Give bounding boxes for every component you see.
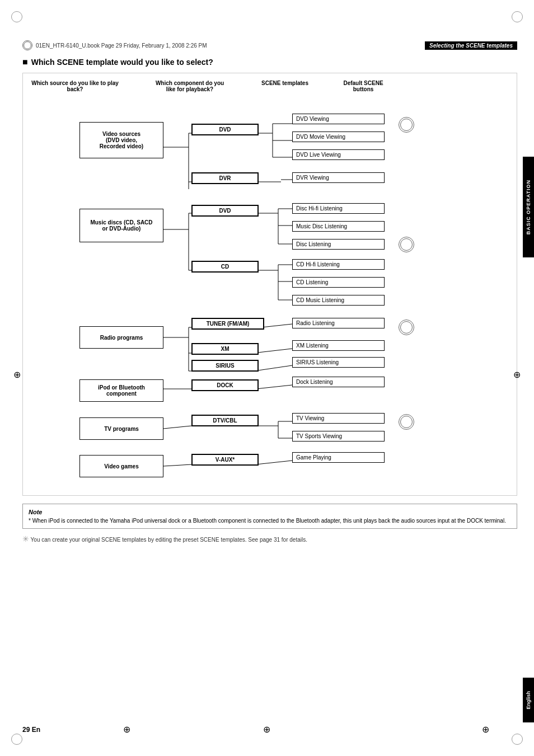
- bottom-crosshair-3: ⊕: [482, 724, 489, 735]
- flow-area: Video sources(DVD video,Recorded video) …: [79, 97, 460, 489]
- bottom-crosshair-2: ⊕: [263, 724, 270, 735]
- comp-tuner: TUNER (FM/AM): [191, 318, 264, 330]
- source-box-music: Music discs (CD, SACDor DVD-Audio): [79, 209, 163, 242]
- col-header-source: Which source do you like to play back?: [27, 80, 123, 92]
- source-box-tv: TV programs: [79, 417, 163, 440]
- right-crosshair: ⊕: [513, 369, 521, 380]
- scene-cd-hifi: CD Hi-fi Listening: [292, 259, 385, 270]
- scene-game-playing: Game Playing: [292, 452, 385, 463]
- svg-line-41: [256, 461, 292, 464]
- scene-radio: Radio Listening: [292, 318, 385, 328]
- svg-line-40: [163, 464, 191, 466]
- comp-dock: DOCK: [191, 379, 259, 391]
- source-box-ipod: iPod or Bluetoothcomponent: [79, 379, 163, 402]
- col-header-scene: SCENE templates: [235, 80, 335, 92]
- section-header-title: Selecting the SCENE templates: [425, 41, 517, 50]
- comp-sirius: SIRIUS: [191, 360, 259, 372]
- scene-disc-hifi: Disc Hi-fi Listening: [292, 203, 385, 214]
- sidebar-basic-operation: BASIC OPERATION: [523, 157, 534, 257]
- section-title-text: Which SCENE template would you like to s…: [31, 58, 213, 67]
- diagram-container: Which source do you like to play back? W…: [22, 73, 517, 496]
- corner-mark-tr: [512, 11, 523, 22]
- bottom-crosshair-1: ⊕: [123, 724, 130, 735]
- svg-line-35: [163, 426, 191, 429]
- scene-xm: XM Listening: [292, 340, 385, 351]
- scene-tv-sports: TV Sports Viewing: [292, 431, 385, 442]
- scene-cd-listening: CD Listening: [292, 277, 385, 288]
- corner-mark-bl: [11, 734, 22, 745]
- scene-button-3[interactable]: [399, 320, 414, 335]
- col-header-component: Which component do you like for playback…: [151, 80, 229, 92]
- main-content: 01EN_HTR-6140_U.book Page 29 Friday, Feb…: [22, 39, 517, 543]
- comp-dvr: DVR: [191, 172, 259, 184]
- comp-dvd2: DVD: [191, 205, 259, 217]
- comp-dtvcbl: DTV/CBL: [191, 415, 259, 426]
- column-headers: Which source do you like to play back? W…: [27, 80, 512, 92]
- corner-mark-br: [512, 734, 523, 745]
- scene-music-disc: Music Disc Listening: [292, 221, 385, 232]
- tip-icon: ✳: [22, 534, 29, 543]
- comp-dvd1: DVD: [191, 124, 259, 135]
- scene-dock: Dock Listening: [292, 377, 385, 387]
- filename-label: 01EN_HTR-6140_U.book Page 29 Friday, Feb…: [36, 43, 425, 49]
- section-title: ■ Which SCENE template would you like to…: [22, 57, 517, 67]
- source-box-games: Video games: [79, 455, 163, 477]
- scene-dvr-viewing: DVR Viewing: [292, 172, 385, 183]
- source-box-video: Video sources(DVD video,Recorded video): [79, 122, 163, 158]
- scene-dvd-live: DVD Live Viewing: [292, 149, 385, 160]
- tip-section: ✳ You can create your original SCENE tem…: [22, 534, 517, 543]
- svg-line-34: [256, 385, 292, 389]
- note-box: Note * When iPod is connected to the Yam…: [22, 504, 517, 529]
- note-asterisk-text: * When iPod is connected to the Yamaha i…: [29, 518, 511, 524]
- section-bullet: ■: [22, 57, 28, 67]
- scene-button-2[interactable]: [399, 237, 414, 252]
- note-title: Note: [29, 509, 511, 515]
- comp-cd: CD: [191, 261, 259, 273]
- source-box-radio: Radio programs: [79, 326, 163, 349]
- svg-line-31: [253, 349, 292, 353]
- svg-line-30: [261, 324, 292, 327]
- scene-tv-viewing: TV Viewing: [292, 413, 385, 424]
- scene-dvd-viewing: DVD Viewing: [292, 114, 385, 124]
- header-crosshair: [22, 40, 32, 50]
- scene-disc-listening: Disc Listening: [292, 239, 385, 250]
- scene-cd-music: CD Music Listening: [292, 295, 385, 306]
- col-header-default: Default SCENE buttons: [335, 80, 391, 92]
- header-bar: 01EN_HTR-6140_U.book Page 29 Friday, Feb…: [22, 39, 517, 51]
- svg-line-32: [254, 365, 292, 371]
- scene-button-4[interactable]: [399, 414, 414, 430]
- corner-mark-tl: [11, 11, 22, 22]
- tip-text: You can create your original SCENE templ…: [31, 537, 307, 543]
- left-crosshair: ⊕: [13, 369, 21, 380]
- comp-xm: XM: [191, 343, 259, 355]
- scene-dvd-movie: DVD Movie Viewing: [292, 132, 385, 142]
- page-number: 29 En: [22, 726, 40, 734]
- comp-vaux: V-AUX*: [191, 454, 259, 466]
- scene-button-1[interactable]: [399, 117, 414, 133]
- scene-sirius: SIRIUS Listening: [292, 357, 385, 368]
- sidebar-english: English: [523, 678, 534, 722]
